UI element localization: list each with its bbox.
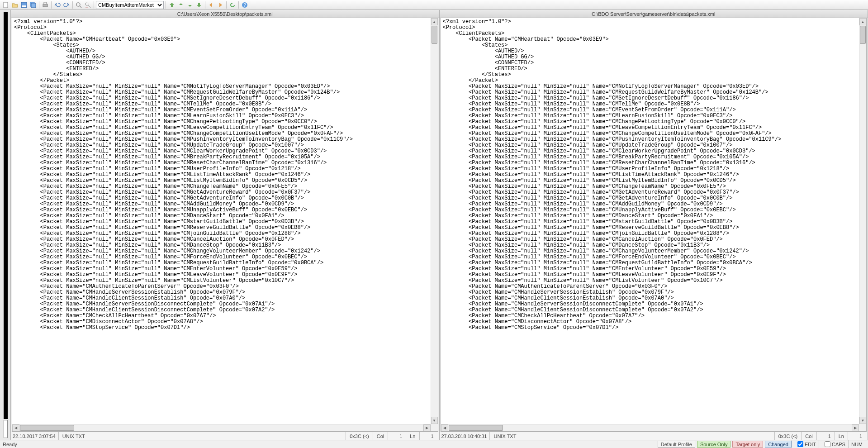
- prev-diff-icon[interactable]: [177, 1, 185, 9]
- left-status-col: 1: [388, 432, 406, 440]
- undo-icon[interactable]: [53, 1, 62, 9]
- status-ready: Ready: [3, 442, 17, 447]
- edit-checkbox[interactable]: [797, 441, 803, 447]
- right-status-ln-label: Ln: [835, 432, 848, 440]
- svg-point-7: [76, 3, 80, 6]
- diff-overview-gutter[interactable]: [0, 10, 11, 440]
- svg-rect-5: [43, 4, 47, 7]
- right-status-col-label: Col: [801, 432, 816, 440]
- code-line[interactable]: <Packet Name="CMStopService" Opcode="0x0…: [443, 325, 858, 331]
- help-icon[interactable]: ?: [241, 1, 249, 9]
- scroll-down-icon[interactable]: ▼: [859, 417, 866, 424]
- svg-rect-11: [198, 3, 200, 5]
- left-vertical-scrollbar[interactable]: ▲ ▼: [431, 18, 438, 424]
- scroll-left-icon[interactable]: ◀: [441, 424, 448, 431]
- redo-icon[interactable]: [62, 1, 71, 9]
- print-icon[interactable]: [41, 1, 49, 9]
- right-status-col: 1: [816, 432, 835, 440]
- left-horizontal-scrollbar[interactable]: ◀ ▶: [12, 424, 431, 431]
- svg-rect-0: [4, 2, 8, 8]
- hscroll-thumb[interactable]: [20, 425, 74, 431]
- scroll-up-icon[interactable]: ▲: [431, 18, 438, 25]
- left-status-col-label: Col: [373, 432, 388, 440]
- status-num: NUM: [848, 440, 865, 448]
- last-diff-icon[interactable]: [195, 1, 203, 9]
- left-pane: C:\Users\Xeon X5550\Desktop\packets.xml …: [11, 10, 440, 440]
- packet-select[interactable]: CMBuyItemAtItemMarket: [96, 1, 164, 9]
- right-status-ln: 1: [848, 432, 866, 440]
- status-source-only[interactable]: Source Only: [697, 441, 731, 448]
- copy-right-icon[interactable]: [216, 1, 224, 9]
- scroll-right-icon[interactable]: ▶: [852, 424, 859, 431]
- status-profile[interactable]: Default Profile: [658, 441, 695, 448]
- app-status-bar: Ready Default Profile Source Only Target…: [0, 440, 868, 448]
- code-line[interactable]: <Protocol>: [14, 25, 429, 31]
- status-edit: EDIT: [792, 440, 819, 448]
- right-pane: C:\BDO Server\Server\gameserver\bin\data…: [440, 10, 868, 440]
- scroll-right-icon[interactable]: ▶: [423, 424, 431, 431]
- next-diff-icon[interactable]: [186, 1, 194, 9]
- svg-rect-2: [22, 5, 26, 7]
- right-status-datetime: 27.03.2018 10:40:31: [441, 434, 487, 439]
- right-vertical-scrollbar[interactable]: ▲ ▼: [859, 18, 866, 424]
- right-editor-wrap: <?xml version="1.0"?><Protocol> <ClientP…: [441, 18, 867, 432]
- right-status-encoding: UNIX TXT: [489, 432, 520, 440]
- first-diff-icon[interactable]: [168, 1, 176, 9]
- scroll-up-icon[interactable]: ▲: [859, 18, 866, 25]
- status-changed[interactable]: Changed: [765, 441, 792, 448]
- left-status-encoding: UNIX TXT: [58, 432, 89, 440]
- svg-rect-10: [171, 5, 173, 7]
- code-line[interactable]: </States>: [14, 72, 429, 78]
- code-line[interactable]: <Protocol>: [443, 25, 858, 31]
- code-line[interactable]: <?xml version="1.0"?>: [14, 19, 429, 25]
- scroll-down-icon[interactable]: ▼: [431, 417, 438, 424]
- main-toolbar: CMBuyItemAtItemMarket ?: [0, 0, 868, 10]
- left-status-ln-label: Ln: [406, 432, 419, 440]
- left-editor[interactable]: <?xml version="1.0"?><Protocol> <ClientP…: [12, 18, 431, 424]
- left-pane-title: C:\Users\Xeon X5550\Desktop\packets.xml: [11, 10, 439, 18]
- scroll-corner: [859, 424, 866, 431]
- scroll-thumb[interactable]: [432, 26, 437, 44]
- new-icon[interactable]: [2, 1, 10, 9]
- right-pane-title: C:\BDO Server\Server\gameserver\bin\data…: [440, 10, 868, 18]
- right-status-char: 0x3C (<): [774, 432, 802, 440]
- status-caps: CAPS: [819, 440, 848, 448]
- scroll-left-icon[interactable]: ◀: [12, 424, 19, 431]
- hscroll-thumb[interactable]: [449, 425, 503, 431]
- overview-thumb-top: [4, 12, 8, 419]
- left-pane-status: 22.10.2017 3:07:54 UNIX TXT 0x3C (<) Col…: [11, 432, 439, 440]
- caps-checkbox[interactable]: [825, 441, 830, 447]
- svg-rect-6: [44, 2, 47, 4]
- find-icon[interactable]: [75, 1, 83, 9]
- left-status-ln: 1: [419, 432, 437, 440]
- scroll-thumb[interactable]: [860, 26, 866, 44]
- svg-point-9: [85, 3, 88, 5]
- save-icon[interactable]: [20, 1, 28, 9]
- scroll-corner: [431, 424, 438, 431]
- code-line[interactable]: </States>: [443, 72, 858, 78]
- svg-line-8: [80, 6, 81, 8]
- refresh-icon[interactable]: [228, 1, 237, 9]
- status-target-only[interactable]: Target only: [732, 441, 763, 448]
- right-pane-status: 27.03.2018 10:40:31 UNIX TXT 0x3C (<) Co…: [440, 432, 868, 440]
- left-status-datetime: 22.10.2017 3:07:54: [13, 434, 56, 439]
- open-icon[interactable]: [11, 1, 19, 9]
- overview-thumb-bottom: [4, 420, 8, 438]
- svg-rect-4: [31, 3, 36, 8]
- copy-left-icon[interactable]: [207, 1, 215, 9]
- right-editor[interactable]: <?xml version="1.0"?><Protocol> <ClientP…: [441, 18, 859, 424]
- left-status-char: 0x3C (<): [346, 432, 373, 440]
- code-line[interactable]: <Packet Name="CMStopService" Opcode="0x0…: [14, 325, 429, 331]
- save-all-icon[interactable]: [29, 1, 37, 9]
- right-horizontal-scrollbar[interactable]: ◀ ▶: [441, 424, 859, 431]
- main-split: C:\Users\Xeon X5550\Desktop\packets.xml …: [0, 10, 868, 440]
- replace-icon[interactable]: [84, 1, 92, 9]
- svg-text:?: ?: [243, 3, 246, 8]
- code-line[interactable]: <?xml version="1.0"?>: [443, 19, 858, 25]
- left-editor-wrap: <?xml version="1.0"?><Protocol> <ClientP…: [12, 18, 438, 432]
